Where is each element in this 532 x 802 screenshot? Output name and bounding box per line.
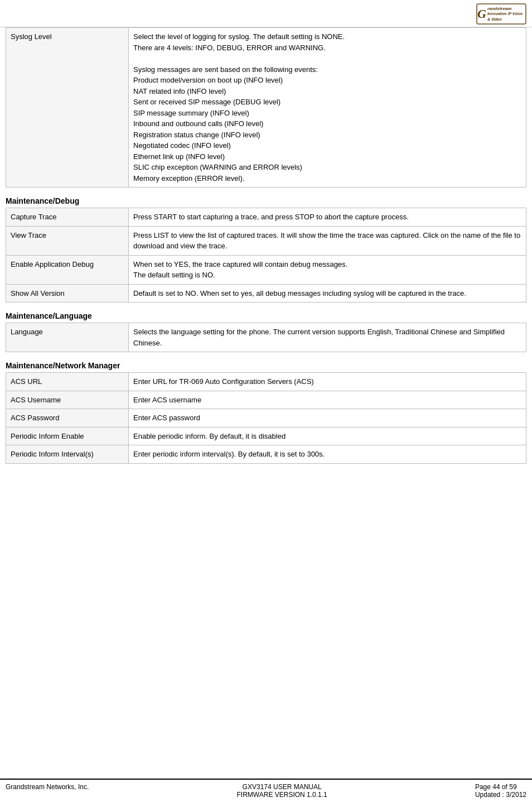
footer-page: Page 44 of 59 — [475, 783, 517, 791]
acs-password-label: ACS Password — [6, 409, 129, 428]
main-content: Syslog Level Select the level of logging… — [0, 27, 532, 779]
syslog-line-3: Syslog messages are sent based on the fo… — [133, 65, 318, 74]
enable-app-debug-label: Enable Application Debug — [6, 255, 129, 284]
periodic-inform-enable-label: Periodic Inform Enable — [6, 427, 129, 445]
footer-manual-title: GXV3174 USER MANUAL — [243, 783, 322, 791]
language-desc-text: Selects the language setting for the pho… — [133, 328, 505, 347]
table-row: Show All Version Default is set to NO. W… — [6, 284, 526, 302]
table-row: ACS Password Enter ACS password — [6, 409, 526, 428]
syslog-line-4: Product model/version on boot up (INFO l… — [133, 76, 283, 84]
acs-url-label: ACS URL — [6, 373, 129, 391]
enable-app-debug-label-text: Enable Application Debug — [11, 260, 94, 268]
table-row: View Trace Press LIST to view the list o… — [6, 226, 526, 255]
periodic-inform-enable-label-text: Periodic Inform Enable — [11, 432, 84, 440]
show-all-version-label: Show All Version — [6, 284, 129, 302]
view-trace-desc-text: Press LIST to view the list of captured … — [133, 231, 520, 251]
enable-app-debug-desc: When set to YES, the trace captured will… — [129, 255, 526, 284]
acs-username-label: ACS Username — [6, 391, 129, 409]
acs-url-desc-text: Enter URL for TR-069 Auto Configuration … — [133, 377, 314, 386]
syslog-line-10: Negotiated codec (INFO level) — [133, 141, 231, 150]
table-row: Capture Trace Press START to start captu… — [6, 208, 526, 227]
maintenance-network-heading: Maintenance/Network Manager — [6, 361, 526, 370]
acs-username-desc: Enter ACS username — [129, 391, 526, 409]
logo-g-letter: G — [477, 7, 486, 21]
table-row: Periodic Inform Enable Enable periodic i… — [6, 427, 526, 445]
footer-firmware: FIRMWARE VERSION 1.0.1.1 — [237, 791, 327, 799]
footer-company: Grandstream Networks, Inc. — [6, 783, 89, 799]
enable-app-debug-desc-line1: The default setting is NO. — [133, 271, 215, 279]
view-trace-label-text: View Trace — [11, 231, 46, 239]
language-label: Language — [6, 323, 129, 352]
syslog-line-8: Inbound and outbound calls (INFO level) — [133, 119, 263, 128]
maintenance-language-heading: Maintenance/Language — [6, 311, 526, 320]
acs-password-desc: Enter ACS password — [129, 409, 526, 428]
syslog-line-13: Memory exception (ERROR level). — [133, 174, 244, 183]
show-all-version-desc: Default is set to NO. When set to yes, a… — [129, 284, 526, 302]
table-row: Language Selects the language setting fo… — [6, 323, 526, 352]
periodic-inform-interval-label-text: Periodic Inform Interval(s) — [11, 450, 94, 458]
periodic-inform-interval-desc-text: Enter periodic inform interval(s). By de… — [133, 450, 325, 458]
network-table: ACS URL Enter URL for TR-069 Auto Config… — [6, 372, 526, 464]
syslog-line-7: SIP message summary (INFO level) — [133, 109, 249, 117]
view-trace-label: View Trace — [6, 226, 129, 255]
syslog-line-1: There are 4 levels: INFO, DEBUG, ERROR a… — [133, 44, 326, 52]
acs-url-label-text: ACS URL — [11, 377, 42, 386]
syslog-label: Syslog Level — [6, 28, 129, 188]
capture-trace-desc: Press START to start capturing a trace, … — [129, 208, 526, 227]
table-row: Periodic Inform Interval(s) Enter period… — [6, 445, 526, 464]
table-row: Syslog Level Select the level of logging… — [6, 28, 526, 188]
syslog-table: Syslog Level Select the level of logging… — [6, 27, 526, 188]
view-trace-desc: Press LIST to view the list of captured … — [129, 226, 526, 255]
syslog-line-12: SLIC chip exception (WARNING and ERROR l… — [133, 163, 302, 171]
capture-trace-label: Capture Trace — [6, 208, 129, 227]
syslog-line-6: Sent or received SIP message (DEBUG leve… — [133, 98, 280, 106]
periodic-inform-interval-desc: Enter periodic inform interval(s). By de… — [129, 445, 526, 464]
header: G randstreamInnovative IP Voice & Video — [0, 0, 532, 27]
show-all-version-label-text: Show All Version — [11, 289, 65, 297]
footer-right: Page 44 of 59 Updated : 3/2012 — [475, 783, 526, 799]
acs-password-label-text: ACS Password — [11, 414, 59, 422]
table-row: ACS URL Enter URL for TR-069 Auto Config… — [6, 373, 526, 391]
acs-url-desc: Enter URL for TR-069 Auto Configuration … — [129, 373, 526, 391]
acs-password-desc-text: Enter ACS password — [133, 414, 200, 422]
language-desc: Selects the language setting for the pho… — [129, 323, 526, 352]
acs-username-label-text: ACS Username — [11, 396, 61, 404]
footer-updated: Updated : 3/2012 — [475, 791, 526, 799]
logo: G randstreamInnovative IP Voice & Video — [476, 3, 526, 25]
table-row: Enable Application Debug When set to YES… — [6, 255, 526, 284]
capture-trace-desc-text: Press START to start capturing a trace, … — [133, 213, 409, 221]
logo-text: randstreamInnovative IP Voice & Video — [487, 6, 525, 22]
footer: Grandstream Networks, Inc. GXV3174 USER … — [0, 779, 532, 802]
syslog-line-5: NAT related info (INFO level) — [133, 87, 226, 95]
capture-trace-label-text: Capture Trace — [11, 213, 56, 221]
periodic-inform-enable-desc: Enable periodic inform. By default, it i… — [129, 427, 526, 445]
enable-app-debug-desc-line0: When set to YES, the trace captured will… — [133, 260, 347, 268]
syslog-desc: Select the level of logging for syslog. … — [129, 28, 526, 188]
table-row: ACS Username Enter ACS username — [6, 391, 526, 409]
language-table: Language Selects the language setting fo… — [6, 323, 526, 352]
debug-table: Capture Trace Press START to start captu… — [6, 208, 526, 302]
language-label-text: Language — [11, 328, 43, 336]
show-all-version-desc-text: Default is set to NO. When set to yes, a… — [133, 289, 466, 297]
syslog-line-0: Select the level of logging for syslog. … — [133, 32, 345, 41]
syslog-line-11: Ethernet link up (INFO level) — [133, 152, 225, 161]
page-wrapper: G randstreamInnovative IP Voice & Video … — [0, 0, 532, 802]
footer-center: GXV3174 USER MANUAL FIRMWARE VERSION 1.0… — [237, 783, 327, 799]
periodic-inform-enable-desc-text: Enable periodic inform. By default, it i… — [133, 432, 286, 440]
syslog-label-text: Syslog Level — [11, 32, 52, 41]
acs-username-desc-text: Enter ACS username — [133, 396, 201, 404]
syslog-line-9: Registration status change (INFO level) — [133, 131, 260, 139]
periodic-inform-interval-label: Periodic Inform Interval(s) — [6, 445, 129, 464]
maintenance-debug-heading: Maintenance/Debug — [6, 196, 526, 205]
